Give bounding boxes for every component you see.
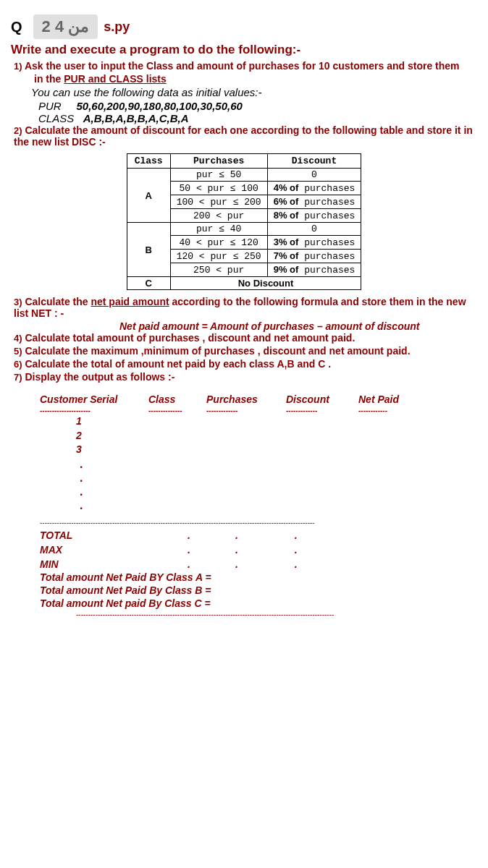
instruction-5: 5) Calculate the maximum ,minimum of pur… [11, 345, 477, 357]
pur-cell: 100 < pur ≤ 200 [170, 195, 267, 209]
serial-1: 1 [76, 414, 477, 429]
min-row: MIN . . . [40, 558, 477, 570]
max-row: MAX . . . [40, 544, 477, 556]
pur-cell: 50 < pur ≤ 100 [170, 182, 267, 195]
instruction-6: 6) Calculate the total of amount net pai… [11, 358, 477, 370]
main-title: Write and execute a program to do the fo… [11, 43, 477, 57]
instruction-3: 3) Calculate the net paid amount accordi… [11, 296, 477, 319]
page-badge: 2 من 4 [33, 14, 98, 39]
disc-cell: 9% of purchases [267, 263, 361, 277]
discount-table: Class Purchases Discount A pur ≤ 50 0 50… [127, 153, 362, 290]
instruction-4: 4) Calculate total amount of purchases ,… [11, 332, 477, 344]
disc-cell: 7% of purchases [267, 250, 361, 263]
pur-cell: pur ≤ 50 [170, 169, 267, 182]
dot-row: . [80, 471, 477, 485]
total-class-c: Total amount Net paid By Class C = [40, 597, 477, 609]
serial-3: 3 [76, 443, 477, 457]
th-purchases: Purchases [170, 154, 267, 169]
total-row: TOTAL . . . [40, 529, 477, 541]
dot-row: . [80, 457, 477, 471]
disc-cell: 8% of purchases [267, 209, 361, 223]
serial-2: 2 [76, 429, 477, 443]
dot-row: . [80, 498, 477, 512]
pur-cell: 120 < pur ≤ 250 [170, 250, 267, 263]
output-header: Customer Serial Class Purchases Discount… [40, 393, 477, 405]
class-a: A [127, 169, 170, 223]
total-class-a: Total amount Net Paid BY Class A = [40, 571, 477, 583]
pur-cell: pur ≤ 40 [170, 223, 267, 236]
th-class: Class [127, 154, 170, 169]
th-discount: Discount [267, 154, 361, 169]
pur-data: PUR 50,60,200,90,180,80,100,30,50,60 [38, 100, 477, 112]
separator: ----------------------------------------… [40, 519, 477, 527]
pur-cell: 200 < pur [170, 209, 267, 223]
class-b: B [127, 223, 170, 277]
py-label: s.py [104, 20, 130, 35]
class-c: C [127, 277, 170, 290]
disc-cell: 0 [267, 169, 361, 182]
formula: Net paid amount = Amount of purchases – … [119, 320, 477, 332]
instruction-7: 7) Display the output as follows :- [11, 371, 477, 383]
instruction-1: 1) Ask the user to input the Class and a… [11, 60, 477, 72]
initial-values-label: You can use the following data as initia… [31, 86, 477, 98]
pur-cell: 250 < pur [170, 263, 267, 277]
instruction-1-sub: in the PUR and CLASS lists [31, 73, 477, 85]
class-data: CLASS A,B,B,A,B,B,A,C,B,A [38, 112, 477, 124]
no-discount: No Discount [170, 277, 361, 290]
output-section: Customer Serial Class Purchases Discount… [40, 393, 477, 618]
disc-cell: 3% of purchases [267, 236, 361, 250]
disc-cell: 4% of purchases [267, 182, 361, 195]
dashes-row: --------------------- -------------- ---… [40, 407, 477, 414]
pur-cell: 40 < pur ≤ 120 [170, 236, 267, 250]
disc-cell: 6% of purchases [267, 195, 361, 209]
disc-cell: 0 [267, 223, 361, 236]
q-label: Q [11, 19, 22, 35]
total-class-b: Total amount Net Paid By Class B = [40, 584, 477, 596]
bottom-separator: ----------------------------------------… [76, 610, 477, 618]
instruction-2: 2) Calculate the amount of discount for … [11, 124, 477, 148]
dot-row: . [80, 485, 477, 498]
